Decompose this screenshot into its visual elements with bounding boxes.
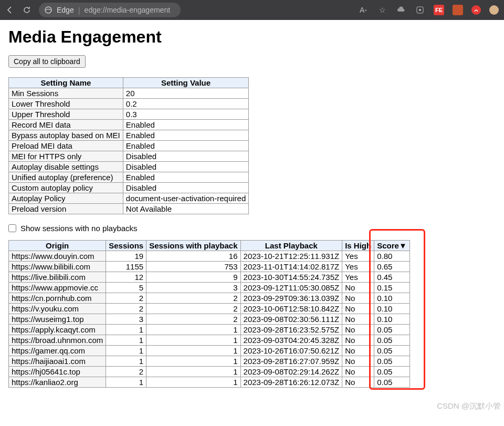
cell-is-high: No xyxy=(342,304,374,314)
cell-last-playback: 2023-09-28T16:27:07.959Z xyxy=(240,356,342,367)
setting-name: Min Sessions xyxy=(9,88,123,99)
cell-sessions-playback: 1 xyxy=(146,346,240,356)
col-sessions[interactable]: Sessions xyxy=(106,241,146,251)
col-score[interactable]: Score▼ xyxy=(374,241,410,251)
setting-name: Preload MEI data xyxy=(9,141,123,151)
table-row: https://www.douyin.com19162023-10-21T12:… xyxy=(9,251,410,262)
read-aloud-icon[interactable]: A» xyxy=(358,5,369,15)
back-button[interactable] xyxy=(5,5,15,15)
cell-score: 0.15 xyxy=(374,283,410,293)
table-row: Min Sessions20 xyxy=(9,88,249,99)
col-last-playback[interactable]: Last Playback xyxy=(240,241,342,251)
cell-score: 0.65 xyxy=(374,262,410,272)
table-row: Record MEI dataEnabled xyxy=(9,120,249,130)
cell-last-playback: 2023-09-08T02:29:14.262Z xyxy=(240,367,342,377)
refresh-button[interactable] xyxy=(22,5,32,15)
col-setting-name[interactable]: Setting Name xyxy=(9,78,123,88)
cell-sessions: 2 xyxy=(106,293,146,304)
cell-score: 0.80 xyxy=(374,251,410,262)
table-row: Preload versionNot Available xyxy=(9,204,249,214)
table-row: https://www.appmovie.cc532023-09-12T11:0… xyxy=(9,283,410,293)
cell-is-high: No xyxy=(342,325,374,335)
cell-score: 0.10 xyxy=(374,314,410,325)
cell-sessions-playback: 1 xyxy=(146,325,240,335)
setting-value: Disabled xyxy=(123,162,248,172)
cell-score: 0.10 xyxy=(374,293,410,304)
cell-sessions: 2 xyxy=(106,367,146,377)
cell-last-playback: 2023-09-12T11:05:30.085Z xyxy=(240,283,342,293)
table-row: https://apply.kcaqyt.com112023-09-28T16:… xyxy=(9,325,410,335)
cell-origin: https://www.bilibili.com xyxy=(9,262,106,272)
cell-sessions-playback: 9 xyxy=(146,272,240,283)
col-sessions-playback[interactable]: Sessions with playback xyxy=(146,241,240,251)
cell-origin: https://www.appmovie.cc xyxy=(9,283,106,293)
cell-sessions-playback: 3 xyxy=(146,283,240,293)
table-row: https://www.bilibili.com11557532023-11-0… xyxy=(9,262,410,272)
cell-sessions-playback: 753 xyxy=(146,262,240,272)
show-sessions-text: Show sessions with no playbacks xyxy=(20,224,138,233)
favorite-icon[interactable]: ☆ xyxy=(377,5,387,15)
table-row: Autoplay Policydocument-user-activation-… xyxy=(9,193,249,204)
app-icon[interactable] xyxy=(415,5,425,15)
copy-all-button[interactable]: Copy all to clipboard xyxy=(8,55,86,68)
cell-origin: https://cn.pornhub.com xyxy=(9,293,106,304)
table-row: https://broad.uhnmon.com112023-09-03T04:… xyxy=(9,335,410,346)
address-bar[interactable]: Edge | edge://media-engagement xyxy=(39,3,181,17)
setting-value: Enabled xyxy=(123,130,248,141)
setting-name: Upper Threshold xyxy=(9,109,123,120)
cell-origin: https://v.youku.com xyxy=(9,304,106,314)
cell-sessions: 1155 xyxy=(106,262,146,272)
cell-sessions-playback: 1 xyxy=(146,356,240,367)
setting-name: Lower Threshold xyxy=(9,99,123,109)
cell-sessions: 3 xyxy=(106,314,146,325)
cell-sessions-playback: 1 xyxy=(146,335,240,346)
setting-value: document-user-activation-required xyxy=(123,193,248,204)
cell-sessions-playback: 2 xyxy=(146,314,240,325)
cell-last-playback: 2023-09-03T04:20:45.328Z xyxy=(240,335,342,346)
setting-name: Autoplay Policy xyxy=(9,193,123,204)
setting-value: 0.3 xyxy=(123,109,248,120)
table-row: Upper Threshold0.3 xyxy=(9,109,249,120)
show-sessions-checkbox-label[interactable]: Show sessions with no playbacks xyxy=(8,224,496,233)
show-sessions-checkbox[interactable] xyxy=(8,224,16,232)
setting-name: Unified autoplay (preference) xyxy=(9,172,123,183)
setting-name: Autoplay disable settings xyxy=(9,162,123,172)
sort-desc-icon: ▼ xyxy=(399,241,407,250)
extension-orange-icon[interactable] xyxy=(453,5,463,15)
table-row: Preload MEI dataEnabled xyxy=(9,141,249,151)
table-row: https://gamer.qq.com112023-10-26T16:07:5… xyxy=(9,346,410,356)
cell-origin: https://kanliao2.org xyxy=(9,377,106,388)
extension-fe-icon[interactable]: FE xyxy=(434,5,444,15)
cell-sessions-playback: 1 xyxy=(146,367,240,377)
cloud-icon[interactable] xyxy=(396,5,406,15)
table-row: https://live.bilibili.com1292023-10-30T1… xyxy=(9,272,410,283)
browser-toolbar: Edge | edge://media-engagement A» ☆ FE xyxy=(0,0,504,20)
cell-sessions: 12 xyxy=(106,272,146,283)
table-row: Lower Threshold0.2 xyxy=(9,99,249,109)
table-header-row: Setting Name Setting Value xyxy=(9,78,249,88)
col-setting-value[interactable]: Setting Value xyxy=(123,78,248,88)
profile-avatar-icon[interactable] xyxy=(489,5,499,15)
table-row: https://hj05641c.top212023-09-08T02:29:1… xyxy=(9,367,410,377)
setting-value: Disabled xyxy=(123,183,248,193)
cell-score: 0.10 xyxy=(374,304,410,314)
cell-last-playback: 2023-10-26T16:07:50.621Z xyxy=(240,346,342,356)
extension-adblock-icon[interactable] xyxy=(471,5,481,15)
cell-sessions: 1 xyxy=(106,377,146,388)
col-origin[interactable]: Origin xyxy=(9,241,106,251)
cell-sessions-playback: 2 xyxy=(146,304,240,314)
table-row: https://v.youku.com222023-10-06T12:58:10… xyxy=(9,304,410,314)
cell-last-playback: 2023-10-21T12:25:11.931Z xyxy=(240,251,342,262)
table-header-row: Origin Sessions Sessions with playback L… xyxy=(9,241,410,251)
cell-sessions: 1 xyxy=(106,356,146,367)
cell-is-high: Yes xyxy=(342,251,374,262)
cell-sessions: 1 xyxy=(106,335,146,346)
col-is-high[interactable]: Is High xyxy=(342,241,374,251)
page-title: Media Engagement xyxy=(8,27,496,47)
cell-sessions-playback: 16 xyxy=(146,251,240,262)
setting-value: 0.2 xyxy=(123,99,248,109)
cell-is-high: No xyxy=(342,367,374,377)
cell-score: 0.05 xyxy=(374,367,410,377)
table-row: Autoplay disable settingsDisabled xyxy=(9,162,249,172)
table-row: https://kanliao2.org112023-09-28T16:26:1… xyxy=(9,377,410,388)
